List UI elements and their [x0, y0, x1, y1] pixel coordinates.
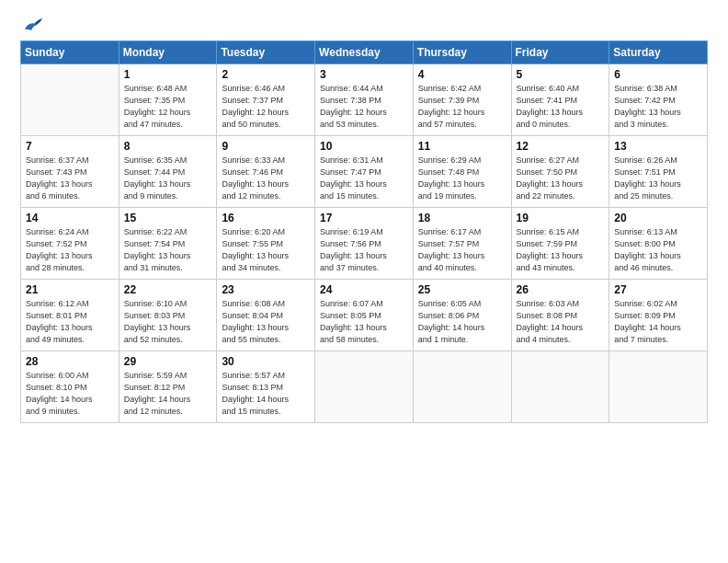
day-info: Sunrise: 6:03 AM Sunset: 8:08 PM Dayligh…: [517, 298, 605, 346]
day-number: 12: [517, 140, 605, 153]
calendar-cell: 4Sunrise: 6:42 AM Sunset: 7:39 PM Daylig…: [413, 64, 511, 136]
day-info: Sunrise: 6:48 AM Sunset: 7:35 PM Dayligh…: [124, 83, 212, 131]
logo-bird-icon: [22, 17, 42, 33]
calendar-cell: 9Sunrise: 6:33 AM Sunset: 7:46 PM Daylig…: [217, 136, 315, 208]
day-info: Sunrise: 6:33 AM Sunset: 7:46 PM Dayligh…: [222, 155, 310, 202]
day-info: Sunrise: 6:24 AM Sunset: 7:52 PM Dayligh…: [26, 226, 114, 274]
calendar-cell: 22Sunrise: 6:10 AM Sunset: 8:03 PM Dayli…: [119, 280, 217, 351]
calendar-cell: 1Sunrise: 6:48 AM Sunset: 7:35 PM Daylig…: [119, 64, 217, 136]
calendar-cell: 13Sunrise: 6:26 AM Sunset: 7:51 PM Dayli…: [609, 136, 708, 208]
calendar-cell: [21, 64, 119, 136]
day-number: 23: [222, 283, 310, 296]
day-number: 22: [124, 283, 212, 296]
day-number: 4: [418, 68, 506, 81]
week-row-1: 7Sunrise: 6:37 AM Sunset: 7:43 PM Daylig…: [21, 136, 708, 208]
day-info: Sunrise: 6:42 AM Sunset: 7:39 PM Dayligh…: [418, 83, 506, 131]
logo: [20, 17, 42, 31]
day-info: Sunrise: 6:15 AM Sunset: 7:59 PM Dayligh…: [517, 226, 605, 274]
day-info: Sunrise: 6:26 AM Sunset: 7:51 PM Dayligh…: [614, 155, 702, 202]
day-info: Sunrise: 6:37 AM Sunset: 7:43 PM Dayligh…: [26, 155, 114, 202]
day-number: 1: [124, 68, 212, 81]
day-number: 29: [124, 355, 212, 368]
calendar-cell: 18Sunrise: 6:17 AM Sunset: 7:57 PM Dayli…: [413, 208, 511, 280]
calendar-cell: 28Sunrise: 6:00 AM Sunset: 8:10 PM Dayli…: [21, 351, 119, 423]
calendar-cell: 29Sunrise: 5:59 AM Sunset: 8:12 PM Dayli…: [119, 351, 217, 423]
day-info: Sunrise: 6:44 AM Sunset: 7:38 PM Dayligh…: [320, 83, 408, 131]
day-number: 18: [418, 212, 506, 224]
day-number: 19: [517, 212, 605, 224]
calendar-cell: 14Sunrise: 6:24 AM Sunset: 7:52 PM Dayli…: [21, 208, 119, 280]
day-info: Sunrise: 6:12 AM Sunset: 8:01 PM Dayligh…: [26, 298, 114, 346]
weekday-header-tuesday: Tuesday: [217, 41, 315, 64]
weekday-header-thursday: Thursday: [413, 41, 511, 64]
day-info: Sunrise: 6:22 AM Sunset: 7:54 PM Dayligh…: [124, 226, 212, 274]
day-info: Sunrise: 6:07 AM Sunset: 8:05 PM Dayligh…: [320, 298, 408, 346]
day-info: Sunrise: 6:10 AM Sunset: 8:03 PM Dayligh…: [124, 298, 212, 346]
day-info: Sunrise: 6:35 AM Sunset: 7:44 PM Dayligh…: [124, 155, 212, 202]
day-info: Sunrise: 6:27 AM Sunset: 7:50 PM Dayligh…: [517, 155, 605, 202]
calendar-cell: 8Sunrise: 6:35 AM Sunset: 7:44 PM Daylig…: [119, 136, 217, 208]
day-number: 13: [614, 140, 702, 153]
day-info: Sunrise: 6:20 AM Sunset: 7:55 PM Dayligh…: [222, 226, 310, 274]
day-number: 9: [222, 140, 310, 153]
calendar-cell: 24Sunrise: 6:07 AM Sunset: 8:05 PM Dayli…: [315, 280, 414, 351]
weekday-header-row: SundayMondayTuesdayWednesdayThursdayFrid…: [21, 41, 708, 64]
day-info: Sunrise: 6:05 AM Sunset: 8:06 PM Dayligh…: [418, 298, 506, 346]
calendar-cell: 6Sunrise: 6:38 AM Sunset: 7:42 PM Daylig…: [609, 64, 708, 136]
calendar-cell: 12Sunrise: 6:27 AM Sunset: 7:50 PM Dayli…: [511, 136, 609, 208]
calendar-cell: 5Sunrise: 6:40 AM Sunset: 7:41 PM Daylig…: [511, 64, 609, 136]
weekday-header-sunday: Sunday: [21, 41, 119, 64]
calendar-cell: [511, 351, 609, 423]
day-number: 6: [614, 68, 702, 81]
calendar-cell: 20Sunrise: 6:13 AM Sunset: 8:00 PM Dayli…: [609, 208, 708, 280]
week-row-4: 28Sunrise: 6:00 AM Sunset: 8:10 PM Dayli…: [21, 351, 708, 423]
calendar-cell: 30Sunrise: 5:57 AM Sunset: 8:13 PM Dayli…: [217, 351, 315, 423]
weekday-header-friday: Friday: [511, 41, 609, 64]
calendar-cell: 11Sunrise: 6:29 AM Sunset: 7:48 PM Dayli…: [413, 136, 511, 208]
header: [20, 17, 708, 31]
day-number: 11: [418, 140, 506, 153]
day-info: Sunrise: 6:13 AM Sunset: 8:00 PM Dayligh…: [614, 226, 702, 274]
calendar-cell: 10Sunrise: 6:31 AM Sunset: 7:47 PM Dayli…: [315, 136, 414, 208]
calendar-cell: 25Sunrise: 6:05 AM Sunset: 8:06 PM Dayli…: [413, 280, 511, 351]
day-number: 20: [614, 212, 702, 224]
day-number: 25: [418, 283, 506, 296]
day-number: 21: [26, 283, 114, 296]
calendar-cell: [609, 351, 708, 423]
day-number: 28: [26, 355, 114, 368]
calendar-cell: 21Sunrise: 6:12 AM Sunset: 8:01 PM Dayli…: [21, 280, 119, 351]
week-row-2: 14Sunrise: 6:24 AM Sunset: 7:52 PM Dayli…: [21, 208, 708, 280]
day-number: 5: [517, 68, 605, 81]
day-info: Sunrise: 6:38 AM Sunset: 7:42 PM Dayligh…: [614, 83, 702, 131]
week-row-0: 1Sunrise: 6:48 AM Sunset: 7:35 PM Daylig…: [21, 64, 708, 136]
calendar-cell: [413, 351, 511, 423]
weekday-header-wednesday: Wednesday: [315, 41, 414, 64]
day-info: Sunrise: 6:02 AM Sunset: 8:09 PM Dayligh…: [614, 298, 702, 346]
day-info: Sunrise: 6:31 AM Sunset: 7:47 PM Dayligh…: [320, 155, 408, 202]
day-number: 24: [320, 283, 408, 296]
day-number: 7: [26, 140, 114, 153]
calendar-cell: 27Sunrise: 6:02 AM Sunset: 8:09 PM Dayli…: [609, 280, 708, 351]
day-number: 3: [320, 68, 408, 81]
calendar-cell: 15Sunrise: 6:22 AM Sunset: 7:54 PM Dayli…: [119, 208, 217, 280]
calendar-cell: 23Sunrise: 6:08 AM Sunset: 8:04 PM Dayli…: [217, 280, 315, 351]
day-info: Sunrise: 6:19 AM Sunset: 7:56 PM Dayligh…: [320, 226, 408, 274]
day-number: 8: [124, 140, 212, 153]
day-info: Sunrise: 5:57 AM Sunset: 8:13 PM Dayligh…: [222, 370, 310, 418]
day-number: 16: [222, 212, 310, 224]
day-number: 15: [124, 212, 212, 224]
day-info: Sunrise: 6:00 AM Sunset: 8:10 PM Dayligh…: [26, 370, 114, 418]
calendar-cell: 7Sunrise: 6:37 AM Sunset: 7:43 PM Daylig…: [21, 136, 119, 208]
day-info: Sunrise: 6:46 AM Sunset: 7:37 PM Dayligh…: [222, 83, 310, 131]
calendar-cell: 2Sunrise: 6:46 AM Sunset: 7:37 PM Daylig…: [217, 64, 315, 136]
day-info: Sunrise: 6:08 AM Sunset: 8:04 PM Dayligh…: [222, 298, 310, 346]
calendar-cell: [315, 351, 414, 423]
day-number: 30: [222, 355, 310, 368]
calendar-cell: 3Sunrise: 6:44 AM Sunset: 7:38 PM Daylig…: [315, 64, 414, 136]
day-info: Sunrise: 6:40 AM Sunset: 7:41 PM Dayligh…: [517, 83, 605, 131]
weekday-header-monday: Monday: [119, 41, 217, 64]
day-number: 10: [320, 140, 408, 153]
day-number: 27: [614, 283, 702, 296]
calendar-cell: 19Sunrise: 6:15 AM Sunset: 7:59 PM Dayli…: [511, 208, 609, 280]
page: SundayMondayTuesdayWednesdayThursdayFrid…: [0, 0, 728, 563]
